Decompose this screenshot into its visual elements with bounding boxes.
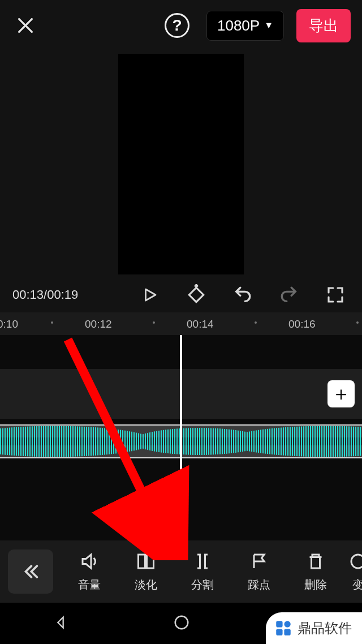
svg-point-3 xyxy=(351,555,362,568)
ruler-dot xyxy=(51,321,53,324)
play-button[interactable] xyxy=(136,281,164,309)
tool-label: 删除 xyxy=(304,577,327,593)
flag-icon xyxy=(249,551,269,572)
ruler-mark: 0:10 xyxy=(0,318,18,330)
ruler-dot xyxy=(356,321,359,324)
split-icon xyxy=(192,551,213,572)
ruler-dot xyxy=(153,321,155,324)
resolution-label: 1080P xyxy=(217,17,260,35)
ruler-mark: 00:14 xyxy=(187,318,214,330)
watermark-text: 鼎品软件 xyxy=(298,619,352,637)
tool-change[interactable]: 变 xyxy=(344,551,362,593)
tool-beat[interactable]: 踩点 xyxy=(231,551,287,593)
playhead[interactable] xyxy=(180,335,182,542)
tool-delete[interactable]: 删除 xyxy=(287,551,344,593)
svg-rect-2 xyxy=(147,555,154,568)
nav-home-button[interactable] xyxy=(173,614,190,633)
redo-button[interactable] xyxy=(275,281,303,309)
tool-split[interactable]: 分割 xyxy=(174,551,231,593)
add-clip-button[interactable]: ＋ xyxy=(327,380,355,407)
resolution-dropdown[interactable]: 1080P ▼ xyxy=(206,11,284,41)
watermark: 鼎品软件 xyxy=(266,612,362,644)
nav-back-button[interactable] xyxy=(53,615,68,633)
change-icon xyxy=(348,551,362,572)
tool-label: 音量 xyxy=(78,577,101,593)
chevron-down-icon: ▼ xyxy=(264,20,273,31)
help-icon[interactable]: ? xyxy=(165,13,189,38)
fade-icon xyxy=(136,551,156,572)
tool-label: 淡化 xyxy=(135,577,157,593)
trash-icon xyxy=(305,551,326,572)
time-display: 00:13/00:19 xyxy=(12,287,118,302)
ruler-mark: 00:16 xyxy=(288,318,316,330)
svg-rect-8 xyxy=(276,629,282,635)
svg-rect-6 xyxy=(276,621,282,627)
close-button[interactable] xyxy=(11,11,40,40)
svg-rect-1 xyxy=(139,555,145,568)
ruler-mark: 00:12 xyxy=(85,318,112,330)
timeline-ruler[interactable]: 0:10 00:12 00:14 00:16 xyxy=(0,312,362,335)
tool-fade[interactable]: 淡化 xyxy=(118,551,174,593)
keyframe-button[interactable] xyxy=(182,281,210,309)
export-button[interactable]: 导出 xyxy=(296,9,351,42)
ruler-dot xyxy=(255,321,257,324)
undo-button[interactable] xyxy=(229,281,257,309)
tool-volume[interactable]: 音量 xyxy=(61,551,118,593)
svg-point-7 xyxy=(284,621,290,627)
preview-area xyxy=(0,51,362,277)
fullscreen-button[interactable] xyxy=(321,281,350,309)
volume-icon xyxy=(79,551,100,572)
svg-point-4 xyxy=(175,616,188,629)
watermark-logo-icon xyxy=(274,619,293,638)
collapse-toolbar-button[interactable] xyxy=(8,549,53,594)
tool-label: 踩点 xyxy=(248,577,270,593)
preview-frame[interactable] xyxy=(118,54,244,274)
svg-rect-9 xyxy=(284,629,290,635)
tool-label: 分割 xyxy=(191,577,214,593)
timeline[interactable]: ＋ xyxy=(0,335,362,542)
tool-label: 变 xyxy=(352,577,362,593)
